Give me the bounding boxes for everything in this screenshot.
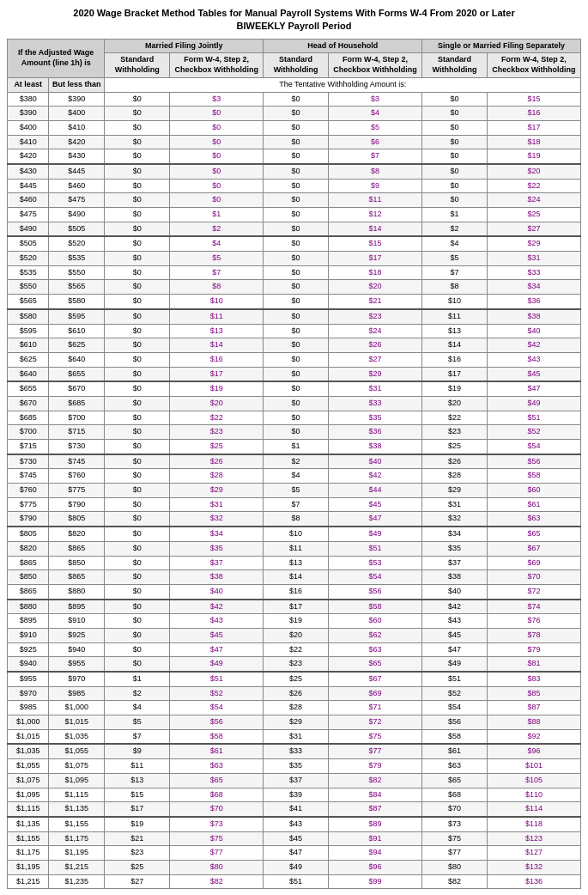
amount-value: $45 [328, 497, 421, 512]
but-less-value: $625 [49, 338, 105, 353]
amount-value: $88 [487, 715, 580, 730]
amount-value: $1 [264, 440, 329, 454]
amount-value: $5 [422, 252, 488, 266]
amount-value: $31 [422, 497, 488, 512]
amount-value: $0 [264, 107, 329, 121]
amount-value: $4 [264, 469, 329, 484]
amount-value: $43 [422, 614, 488, 629]
at-least-value: $535 [8, 265, 49, 280]
but-less-value: $895 [49, 600, 105, 614]
amount-value: $13 [170, 324, 264, 338]
amount-value: $0 [264, 193, 329, 208]
amount-value: $0 [105, 252, 170, 266]
amount-value: $21 [328, 295, 421, 309]
amount-value: $0 [105, 338, 170, 353]
amount-value: $33 [264, 744, 329, 758]
amount-value: $79 [487, 642, 580, 657]
amount-value: $94 [328, 846, 421, 861]
main-title: 2020 Wage Bracket Method Tables for Manu… [7, 7, 581, 33]
amount-value: $43 [264, 817, 329, 831]
amount-value: $0 [105, 454, 170, 469]
amount-value: $40 [170, 584, 264, 599]
amount-value: $23 [105, 846, 170, 861]
amount-value: $23 [264, 657, 329, 672]
amount-value: $33 [487, 265, 580, 280]
amount-value: $23 [422, 425, 488, 440]
amount-value: $41 [264, 802, 329, 817]
but-less-value: $565 [49, 280, 105, 295]
but-less-value: $490 [49, 208, 105, 222]
amount-value: $80 [170, 860, 264, 874]
amount-value: $0 [105, 107, 170, 121]
amount-value: $0 [264, 338, 329, 353]
but-less-value: $505 [49, 222, 105, 236]
amount-value: $11 [264, 541, 329, 556]
amount-value: $47 [170, 642, 264, 657]
but-less-value: $1,215 [49, 860, 105, 874]
amount-value: $10 [170, 295, 264, 309]
amount-value: $0 [105, 309, 170, 324]
amount-value: $0 [105, 556, 170, 570]
at-least-value: $1,000 [8, 715, 49, 730]
amount-value: $36 [487, 295, 580, 309]
amount-value: $0 [264, 265, 329, 280]
amount-value: $0 [105, 411, 170, 425]
amount-value: $17 [264, 600, 329, 614]
amount-value: $25 [105, 860, 170, 874]
amount-value: $0 [105, 179, 170, 193]
amount-value: $51 [487, 411, 580, 425]
amount-value: $34 [170, 527, 264, 541]
amount-value: $0 [105, 295, 170, 309]
amount-value: $65 [422, 773, 488, 788]
amount-value: $69 [487, 556, 580, 570]
but-less-value: $820 [49, 527, 105, 541]
wage-bracket-table: If the Adjusted Wage Amount (line 1h) is… [7, 39, 581, 890]
amount-value: $35 [264, 759, 329, 774]
amount-value: $4 [170, 236, 264, 251]
amount-value: $0 [105, 149, 170, 164]
amount-value: $16 [264, 584, 329, 599]
amount-value: $63 [422, 759, 488, 774]
amount-value: $51 [422, 672, 488, 686]
amount-value: $40 [422, 584, 488, 599]
amount-value: $43 [487, 352, 580, 367]
amount-value: $45 [422, 628, 488, 642]
amount-value: $0 [105, 381, 170, 396]
amount-value: $63 [170, 759, 264, 774]
mfj-checkbox: Form W-4, Step 2, Checkbox Withholding [170, 53, 264, 77]
amount-value: $0 [264, 411, 329, 425]
at-least-value: $1,175 [8, 846, 49, 861]
amount-value: $0 [105, 440, 170, 454]
amount-value: $0 [264, 280, 329, 295]
but-less-value: $700 [49, 411, 105, 425]
amount-value: $17 [328, 252, 421, 266]
amount-value: $71 [328, 701, 421, 715]
at-least-value: $940 [8, 657, 49, 672]
amount-value: $33 [328, 396, 421, 411]
amount-value: $10 [264, 527, 329, 541]
but-less-value: $745 [49, 454, 105, 469]
amount-value: $56 [328, 584, 421, 599]
amount-value: $0 [105, 120, 170, 135]
amount-value: $43 [170, 614, 264, 629]
at-least-value: $640 [8, 367, 49, 381]
but-less-value: $925 [49, 628, 105, 642]
amount-value: $27 [487, 222, 580, 236]
at-least-value: $655 [8, 381, 49, 396]
amount-value: $8 [170, 280, 264, 295]
amount-value: $83 [487, 672, 580, 686]
amount-value: $0 [105, 570, 170, 585]
amount-value: $0 [105, 628, 170, 642]
amount-value: $0 [105, 193, 170, 208]
amount-value: $92 [487, 729, 580, 744]
at-least-value: $1,115 [8, 802, 49, 817]
amount-value: $105 [487, 773, 580, 788]
amount-value: $26 [170, 454, 264, 469]
at-least-value: $865 [8, 584, 49, 599]
amount-value: $19 [422, 381, 488, 396]
at-least-value: $475 [8, 208, 49, 222]
amount-value: $11 [105, 759, 170, 774]
at-least-value: $910 [8, 628, 49, 642]
amount-value: $0 [105, 222, 170, 236]
amount-value: $52 [422, 686, 488, 701]
